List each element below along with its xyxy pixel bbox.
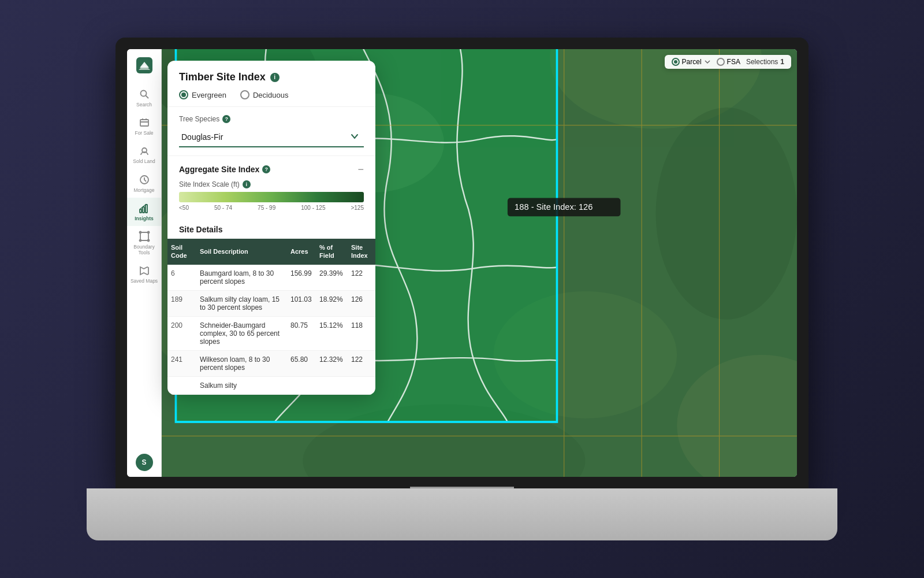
color-scale-bar <box>179 192 364 202</box>
sidebar-item-saved-maps[interactable]: Saved Maps <box>127 260 161 288</box>
scale-help-icon[interactable]: i <box>243 180 251 188</box>
table-row: 6 Baumgard loam, 8 to 30 percent slopes … <box>167 265 375 291</box>
title-info-icon[interactable]: i <box>270 73 280 82</box>
row4-pct <box>316 376 348 394</box>
aggregate-title: Aggregate Site Index ? <box>179 165 270 174</box>
sidebar-boundary-label: Boundary Tools <box>129 244 159 255</box>
fsa-label: FSA <box>727 58 740 66</box>
scale-val-0: <50 <box>179 205 189 211</box>
svg-rect-6 <box>140 209 141 213</box>
row0-pct: 29.39% <box>316 265 348 291</box>
parcel-radio-dot <box>672 58 680 66</box>
panel-title: Timber Site Index i <box>179 71 364 83</box>
svg-rect-10 <box>140 232 148 240</box>
screen: Search For Sale Sold Land <box>127 49 797 477</box>
sidebar-soldland-label: Sold Land <box>133 158 155 164</box>
species-dropdown[interactable]: Douglas-Fir Ponderosa Pine White Fir <box>179 128 364 147</box>
tree-type-radio-group: Evergreen Deciduous <box>179 90 364 99</box>
svg-point-11 <box>139 231 141 233</box>
sidebar-insights-label: Insights <box>135 216 154 221</box>
species-dropdown-wrapper: Douglas-Fir Ponderosa Pine White Fir <box>179 128 364 147</box>
selections-count: 1 <box>780 58 784 66</box>
table-row: Salkum silty <box>167 376 375 394</box>
row2-pct: 15.12% <box>316 316 348 350</box>
fsa-radio-dot <box>717 58 725 66</box>
tree-species-help-icon[interactable]: ? <box>222 115 230 123</box>
selections-badge[interactable]: Selections 1 <box>746 58 784 66</box>
row3-acres: 65.80 <box>287 350 316 376</box>
sidebar-item-insights[interactable]: Insights <box>127 198 161 226</box>
row1-desc: Salkum silty clay loam, 15 to 30 percent… <box>196 290 287 316</box>
sidebar-item-mortgage[interactable]: Mortgage <box>127 169 161 198</box>
row4-acres <box>287 376 316 394</box>
evergreen-option[interactable]: Evergreen <box>179 90 226 99</box>
row2-code: 200 <box>167 316 196 350</box>
sidebar-search-label: Search <box>136 102 152 108</box>
sidebar-item-boundary-tools[interactable]: Boundary Tools <box>127 226 161 260</box>
row0-idx: 122 <box>348 265 375 291</box>
svg-text:188 - Site Index: 126: 188 - Site Index: 126 <box>515 202 593 212</box>
table-row: 189 Salkum silty clay loam, 15 to 30 per… <box>167 290 375 316</box>
laptop-base <box>87 488 837 540</box>
table-body: 6 Baumgard loam, 8 to 30 percent slopes … <box>167 265 375 395</box>
svg-point-18 <box>656 108 797 320</box>
deciduous-radio[interactable] <box>240 90 249 99</box>
row2-acres: 80.75 <box>287 316 316 350</box>
col-index: Site Index <box>348 239 375 265</box>
sidebar-savedmaps-label: Saved Maps <box>131 278 158 284</box>
aggregate-help-icon[interactable]: ? <box>262 165 270 173</box>
selections-label: Selections <box>746 58 778 66</box>
col-percent: % of Field <box>316 239 348 265</box>
sidebar-item-sold-land[interactable]: Sold Land <box>127 140 161 169</box>
map-controls-bar: Parcel FSA Selections 1 <box>665 55 791 69</box>
deciduous-label: Deciduous <box>253 91 288 99</box>
sidebar: Search For Sale Sold Land <box>127 49 162 477</box>
scale-labels: <50 50 - 74 75 - 99 100 - 125 >125 <box>179 205 364 211</box>
sidebar-item-search[interactable]: Search <box>127 84 161 112</box>
col-soil-code: Soil Code <box>167 239 196 265</box>
site-details-title: Site Details <box>179 225 222 234</box>
row2-desc: Schneider-Baumgard complex, 30 to 65 per… <box>196 316 287 350</box>
evergreen-label: Evergreen <box>192 91 226 99</box>
timber-panel: Timber Site Index i Evergreen Deciduous <box>167 61 375 395</box>
scale-val-4: >125 <box>351 205 364 211</box>
sidebar-item-for-sale[interactable]: For Sale <box>127 112 161 140</box>
row0-acres: 156.99 <box>287 265 316 291</box>
table-row: 241 Wilkeson loam, 8 to 30 percent slope… <box>167 350 375 376</box>
row0-desc: Baumgard loam, 8 to 30 percent slopes <box>196 265 287 291</box>
fsa-radio-option[interactable]: FSA <box>717 58 740 66</box>
collapse-button[interactable]: − <box>357 164 364 175</box>
scale-section: Site Index Scale (ft) i <50 50 - 74 75 -… <box>167 180 375 219</box>
app-logo[interactable] <box>134 55 155 76</box>
row4-code <box>167 376 196 394</box>
svg-point-12 <box>147 231 149 233</box>
table-header-row: Soil Code Soil Description Acres % of Fi… <box>167 239 375 265</box>
row3-desc: Wilkeson loam, 8 to 30 percent slopes <box>196 350 287 376</box>
svg-point-1 <box>140 91 146 97</box>
aggregate-label-text: Aggregate Site Index <box>179 165 259 174</box>
row3-code: 241 <box>167 350 196 376</box>
site-details-table: Soil Code Soil Description Acres % of Fi… <box>167 239 375 395</box>
deciduous-option[interactable]: Deciduous <box>240 90 288 99</box>
svg-point-14 <box>147 239 149 241</box>
parcel-radio-option[interactable]: Parcel <box>672 58 711 66</box>
row4-idx <box>348 376 375 394</box>
panel-title-text: Timber Site Index <box>179 71 266 83</box>
tree-species-label: Tree Species <box>179 115 219 123</box>
svg-rect-2 <box>140 120 148 126</box>
user-avatar[interactable]: S <box>136 454 153 471</box>
row1-pct: 18.92% <box>316 290 348 316</box>
table-row: 200 Schneider-Baumgard complex, 30 to 65… <box>167 316 375 350</box>
panel-header: Timber Site Index i Evergreen Deciduous <box>167 61 375 107</box>
row2-idx: 118 <box>348 316 375 350</box>
row1-code: 189 <box>167 290 196 316</box>
row1-idx: 126 <box>348 290 375 316</box>
sidebar-forsale-label: For Sale <box>135 130 153 136</box>
scale-label-container: Site Index Scale (ft) i <box>179 180 364 188</box>
col-acres: Acres <box>287 239 316 265</box>
row1-acres: 101.03 <box>287 290 316 316</box>
table-header: Soil Code Soil Description Acres % of Fi… <box>167 239 375 265</box>
screen-bezel: Search For Sale Sold Land <box>116 38 808 488</box>
evergreen-radio[interactable] <box>179 90 188 99</box>
svg-rect-7 <box>143 207 144 213</box>
